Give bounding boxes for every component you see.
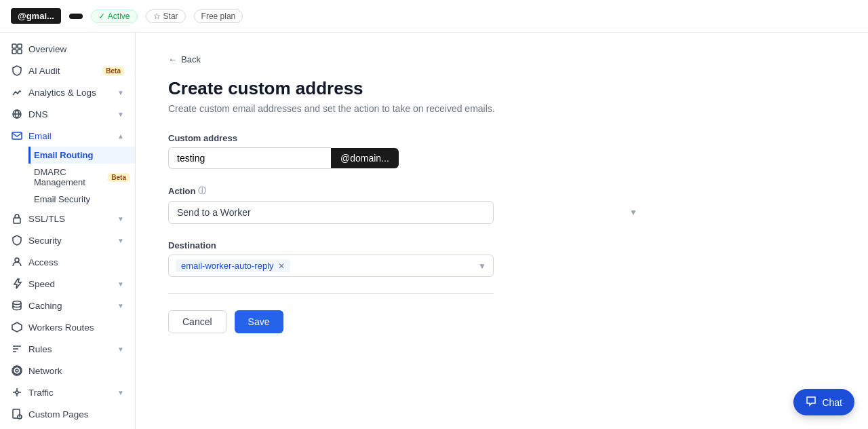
ssl-chevron-icon: ▼ bbox=[117, 215, 124, 223]
sidebar-item-ssl-tls[interactable]: SSL/TLS ▼ bbox=[0, 208, 135, 229]
custom-address-row: @domain... bbox=[168, 147, 646, 169]
account-badge[interactable]: @gmai... bbox=[11, 8, 61, 24]
sidebar-item-speed[interactable]: Speed ▼ bbox=[0, 273, 135, 295]
grid-icon bbox=[11, 43, 23, 55]
sidebar-item-caching-label: Caching bbox=[28, 301, 112, 311]
sidebar-item-overview[interactable]: Overview bbox=[0, 38, 135, 60]
svg-rect-2 bbox=[12, 50, 16, 54]
ai-audit-beta-badge: Beta bbox=[102, 67, 124, 75]
domain-badge[interactable] bbox=[69, 14, 83, 19]
shield-icon bbox=[11, 64, 23, 77]
form-divider bbox=[168, 293, 494, 294]
sidebar-item-dns[interactable]: DNS ▼ bbox=[0, 103, 135, 125]
page-description: Create custom email addresses and set th… bbox=[168, 103, 646, 114]
sidebar-item-access[interactable]: Access bbox=[0, 251, 135, 273]
svg-point-11 bbox=[16, 369, 18, 372]
action-select[interactable]: Drop Send to an Email Send to a Worker bbox=[168, 201, 494, 224]
svg-rect-1 bbox=[18, 44, 22, 48]
sidebar-item-access-label: Access bbox=[28, 257, 124, 267]
email-icon bbox=[11, 130, 23, 142]
sidebar-item-ai-audit-label: AI Audit bbox=[28, 66, 94, 76]
svg-rect-0 bbox=[12, 44, 16, 48]
destination-input-row[interactable]: email-worker-auto-reply ✕ ▼ bbox=[168, 255, 494, 277]
email-subitems: Email Routing DMARC Management Beta Emai… bbox=[0, 147, 135, 208]
destination-remove-button[interactable]: ✕ bbox=[278, 261, 285, 271]
lock-icon bbox=[11, 212, 23, 225]
svg-rect-6 bbox=[12, 132, 22, 139]
svg-point-12 bbox=[14, 367, 21, 375]
speed-chevron-icon: ▼ bbox=[117, 280, 124, 288]
sidebar-item-custom-pages[interactable]: Custom Pages bbox=[0, 403, 135, 425]
star-badge[interactable]: ☆ Star bbox=[146, 10, 186, 23]
sidebar-nav: Overview AI Audit Beta Analytics & Logs … bbox=[0, 33, 135, 429]
plan-badge: Free plan bbox=[194, 10, 243, 23]
star-icon: ☆ bbox=[153, 12, 161, 21]
sidebar-item-email-routing[interactable]: Email Routing bbox=[28, 147, 135, 164]
destination-label: Destination bbox=[168, 240, 646, 250]
sidebar-item-ai-audit[interactable]: AI Audit Beta bbox=[0, 60, 135, 81]
sidebar-item-rules[interactable]: Rules ▼ bbox=[0, 338, 135, 360]
sidebar-item-security-label: Security bbox=[28, 236, 112, 246]
sidebar-item-email-label: Email bbox=[28, 131, 112, 141]
custom-address-input[interactable] bbox=[168, 147, 331, 169]
sidebar-item-traffic-label: Traffic bbox=[28, 388, 112, 398]
chat-button[interactable]: Chat bbox=[793, 389, 854, 415]
sidebar-item-speed-label: Speed bbox=[28, 279, 112, 289]
action-info-icon[interactable]: ⓘ bbox=[198, 185, 206, 197]
sidebar-item-ssl-tls-label: SSL/TLS bbox=[28, 214, 112, 224]
workers-icon bbox=[11, 321, 23, 333]
sidebar-item-traffic[interactable]: Traffic ▼ bbox=[0, 381, 135, 403]
rules-chevron-icon: ▼ bbox=[117, 346, 124, 353]
pages-icon bbox=[11, 408, 23, 420]
action-label: Action ⓘ bbox=[168, 185, 646, 197]
sidebar-item-network-label: Network bbox=[28, 366, 124, 376]
svg-point-8 bbox=[15, 258, 19, 262]
sidebar-item-analytics-label: Analytics & Logs bbox=[28, 88, 112, 98]
svg-marker-10 bbox=[12, 322, 22, 332]
traffic-chevron-icon: ▼ bbox=[117, 389, 124, 396]
security-chevron-icon: ▼ bbox=[117, 237, 124, 244]
sidebar-item-analytics[interactable]: Analytics & Logs ▼ bbox=[0, 81, 135, 103]
sidebar-item-dmarc-management[interactable]: DMARC Management Beta bbox=[28, 164, 135, 191]
destination-chevron-icon[interactable]: ▼ bbox=[478, 261, 486, 271]
rules-icon bbox=[11, 343, 23, 355]
network-icon bbox=[11, 365, 23, 377]
sidebar-item-caching[interactable]: Caching ▼ bbox=[0, 295, 135, 316]
action-select-wrapper: Drop Send to an Email Send to a Worker ▼ bbox=[168, 201, 646, 224]
svg-point-14 bbox=[16, 391, 18, 394]
custom-address-group: Custom address @domain... bbox=[168, 133, 646, 169]
sidebar-item-network[interactable]: Network bbox=[0, 360, 135, 381]
dns-chevron-icon: ▼ bbox=[117, 111, 124, 118]
action-select-chevron-icon: ▼ bbox=[629, 208, 637, 217]
sidebar-item-workers-routes-label: Workers Routes bbox=[28, 322, 124, 333]
lightning-icon bbox=[11, 278, 23, 290]
sidebar: Overview AI Audit Beta Analytics & Logs … bbox=[0, 33, 136, 429]
domain-suffix: @domain... bbox=[331, 148, 399, 168]
action-group: Action ⓘ Drop Send to an Email Send to a… bbox=[168, 185, 646, 224]
sidebar-item-custom-pages-label: Custom Pages bbox=[28, 409, 124, 419]
traffic-icon bbox=[11, 386, 23, 398]
save-button[interactable]: Save bbox=[235, 310, 283, 333]
svg-rect-3 bbox=[18, 50, 22, 54]
analytics-chevron-icon: ▼ bbox=[117, 89, 124, 96]
sidebar-item-overview-label: Overview bbox=[28, 44, 124, 54]
custom-address-label: Custom address bbox=[168, 133, 646, 143]
chart-icon bbox=[11, 86, 23, 98]
layout: Overview AI Audit Beta Analytics & Logs … bbox=[0, 33, 868, 429]
dns-icon bbox=[11, 108, 23, 120]
destination-group: Destination email-worker-auto-reply ✕ ▼ bbox=[168, 240, 646, 277]
sidebar-item-email-security[interactable]: Email Security bbox=[28, 191, 135, 208]
back-arrow-icon: ← bbox=[168, 54, 177, 64]
email-chevron-icon: ▲ bbox=[117, 132, 124, 140]
sidebar-item-rules-label: Rules bbox=[28, 344, 112, 354]
main-content: ← Back Create custom address Create cust… bbox=[136, 33, 868, 429]
svg-point-9 bbox=[13, 301, 21, 305]
destination-tag: email-worker-auto-reply ✕ bbox=[176, 259, 290, 272]
sidebar-item-security[interactable]: Security ▼ bbox=[0, 229, 135, 251]
shield2-icon bbox=[11, 234, 23, 246]
sidebar-item-email[interactable]: Email ▲ bbox=[0, 125, 135, 147]
sidebar-item-workers-routes[interactable]: Workers Routes bbox=[0, 316, 135, 338]
back-link[interactable]: ← Back bbox=[168, 54, 646, 64]
cancel-button[interactable]: Cancel bbox=[168, 310, 226, 333]
page-title: Create custom address bbox=[168, 78, 646, 99]
